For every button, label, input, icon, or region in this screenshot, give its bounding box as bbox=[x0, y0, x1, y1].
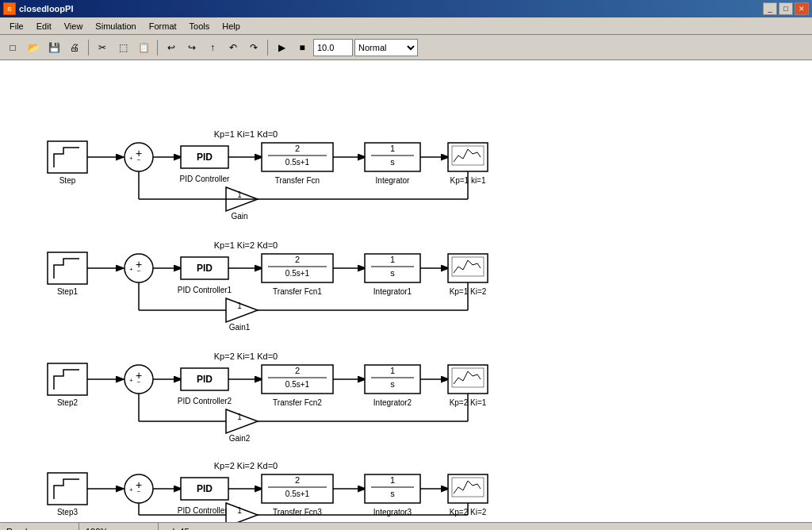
menu-view[interactable]: View bbox=[58, 20, 90, 33]
svg-text:1: 1 bbox=[237, 190, 242, 199]
status-ready: Ready bbox=[0, 523, 79, 530]
redo-button[interactable]: ↪ bbox=[182, 38, 201, 57]
loop0-int-label: Integrator bbox=[376, 176, 410, 185]
loop1-title: Kp=1 Ki=2 Kd=0 bbox=[214, 240, 278, 250]
svg-text:PID: PID bbox=[197, 152, 213, 163]
loop0-tf-label: Transfer Fcn bbox=[275, 176, 320, 185]
loop1-step-label: Step1 bbox=[57, 287, 79, 296]
svg-marker-73 bbox=[226, 409, 258, 433]
status-zoom: 100% bbox=[79, 523, 159, 530]
svg-text:1: 1 bbox=[390, 475, 395, 485]
sim-time-input[interactable] bbox=[313, 39, 353, 56]
svg-text:+: + bbox=[129, 486, 133, 494]
up-button[interactable]: ↑ bbox=[203, 38, 222, 57]
loop1-tf-label: Transfer Fcn1 bbox=[273, 287, 322, 296]
svg-text:1: 1 bbox=[390, 255, 395, 264]
play-button[interactable]: ▶ bbox=[272, 38, 291, 57]
loop2-pid-label: PID Controller2 bbox=[178, 397, 232, 405]
loop-3: Kp=2 Ki=2 Kd=0 Step3 + − + PID PID Contr… bbox=[48, 461, 488, 522]
svg-text:−: − bbox=[137, 267, 141, 275]
paste-button[interactable]: 📋 bbox=[134, 38, 153, 57]
cut-button[interactable]: ✂ bbox=[93, 38, 112, 57]
window-controls: _ □ ✕ bbox=[763, 2, 809, 15]
canvas-area[interactable]: Kp=1 Ki=1 Kd=0 Step + − + PID PID Contro… bbox=[0, 60, 812, 522]
sim-mode-select[interactable]: Normal Accelerator bbox=[354, 39, 418, 56]
menu-tools[interactable]: Tools bbox=[183, 20, 216, 33]
save-button[interactable]: 💾 bbox=[44, 38, 63, 57]
prev-button[interactable]: ↶ bbox=[224, 38, 243, 57]
new-button[interactable]: □ bbox=[3, 38, 22, 57]
svg-text:+: + bbox=[129, 377, 133, 384]
close-button[interactable]: ✕ bbox=[795, 2, 809, 15]
open-button[interactable]: 📂 bbox=[24, 38, 43, 57]
window-title: closedloopPI bbox=[19, 4, 73, 13]
menu-simulation[interactable]: Simulation bbox=[89, 20, 142, 33]
stop-button[interactable]: ■ bbox=[293, 38, 312, 57]
menu-file[interactable]: File bbox=[3, 20, 30, 33]
svg-text:s: s bbox=[390, 489, 395, 498]
loop0-step-label: Step bbox=[59, 176, 76, 185]
svg-text:0.5s+1: 0.5s+1 bbox=[285, 158, 310, 167]
loop-2: Kp=2 Ki=1 Kd=0 Step2 + − + PID PID Contr… bbox=[48, 351, 488, 443]
svg-text:1: 1 bbox=[390, 144, 395, 153]
loop3-step-label: Step3 bbox=[57, 508, 79, 517]
minimize-button[interactable]: _ bbox=[763, 2, 777, 15]
loop3-title: Kp=2 Ki=2 Kd=0 bbox=[214, 461, 278, 470]
svg-text:+: + bbox=[129, 266, 133, 273]
status-bar: Ready 100% ode45 bbox=[0, 522, 812, 530]
svg-text:0.5s+1: 0.5s+1 bbox=[285, 269, 310, 278]
svg-text:1: 1 bbox=[390, 366, 395, 375]
loop2-gain-label: Gain2 bbox=[229, 434, 251, 443]
svg-text:2: 2 bbox=[295, 475, 300, 485]
title-bar: S closedloopPI _ □ ✕ bbox=[0, 0, 812, 17]
svg-text:0.5s+1: 0.5s+1 bbox=[285, 380, 310, 389]
menu-edit[interactable]: Edit bbox=[30, 20, 58, 33]
loop0-gain-label: Gain bbox=[231, 212, 247, 221]
svg-text:PID: PID bbox=[197, 263, 213, 274]
svg-text:1: 1 bbox=[237, 413, 242, 421]
next-button[interactable]: ↷ bbox=[244, 38, 263, 57]
svg-text:2: 2 bbox=[295, 144, 300, 153]
separator-1 bbox=[88, 40, 89, 56]
loop2-int-label: Integrator2 bbox=[373, 398, 412, 407]
svg-text:PID: PID bbox=[197, 374, 213, 385]
svg-text:2: 2 bbox=[295, 366, 300, 375]
copy-button[interactable]: ⬚ bbox=[113, 38, 132, 57]
status-solver: ode45 bbox=[159, 523, 238, 530]
svg-text:PID: PID bbox=[197, 483, 213, 494]
svg-marker-100 bbox=[226, 503, 258, 522]
svg-text:1: 1 bbox=[237, 506, 242, 515]
svg-marker-46 bbox=[226, 298, 258, 322]
app-icon: S bbox=[3, 2, 16, 15]
svg-text:−: − bbox=[137, 156, 141, 163]
loop-0: Kp=1 Ki=1 Kd=0 Step + − + PID PID Contro… bbox=[48, 129, 488, 221]
svg-text:s: s bbox=[390, 268, 395, 278]
loop1-gain-label: Gain1 bbox=[229, 323, 251, 332]
print-button[interactable]: 🖨 bbox=[65, 38, 84, 57]
loop-1: Kp=1 Ki=2 Kd=0 Step1 + − + PID PID Contr… bbox=[48, 240, 488, 332]
loop1-int-label: Integrator1 bbox=[373, 287, 412, 296]
svg-text:+: + bbox=[129, 155, 133, 162]
separator-3 bbox=[267, 40, 268, 56]
svg-text:−: − bbox=[137, 488, 141, 495]
loop0-pid-label: PID Controller bbox=[180, 175, 230, 183]
svg-text:1: 1 bbox=[237, 301, 242, 310]
toolbar: □ 📂 💾 🖨 ✂ ⬚ 📋 ↩ ↪ ↑ ↶ ↷ ▶ ■ Normal Accel… bbox=[0, 35, 812, 60]
undo-button[interactable]: ↩ bbox=[162, 38, 181, 57]
menu-bar: File Edit View Simulation Format Tools H… bbox=[0, 17, 812, 35]
loop3-pid-label: PID Controller3 bbox=[178, 506, 232, 515]
menu-help[interactable]: Help bbox=[216, 20, 247, 33]
svg-text:s: s bbox=[390, 157, 395, 167]
loop2-tf-label: Transfer Fcn2 bbox=[273, 398, 322, 407]
svg-text:0.5s+1: 0.5s+1 bbox=[285, 490, 310, 498]
svg-text:2: 2 bbox=[295, 255, 300, 264]
separator-2 bbox=[157, 40, 158, 56]
svg-text:−: − bbox=[137, 378, 141, 386]
maximize-button[interactable]: □ bbox=[779, 2, 793, 15]
svg-text:s: s bbox=[390, 379, 395, 389]
loop0-title: Kp=1 Ki=1 Kd=0 bbox=[214, 129, 278, 139]
loop1-pid-label: PID Controller1 bbox=[178, 286, 232, 294]
diagram-svg: Kp=1 Ki=1 Kd=0 Step + − + PID PID Contro… bbox=[0, 60, 812, 522]
menu-format[interactable]: Format bbox=[143, 20, 183, 33]
loop2-title: Kp=2 Ki=1 Kd=0 bbox=[214, 351, 278, 361]
